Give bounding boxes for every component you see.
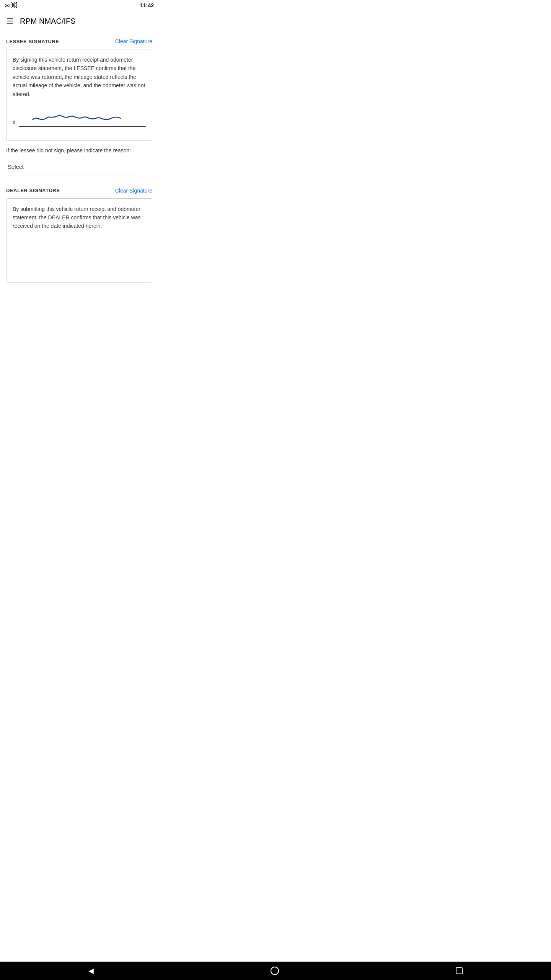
image-icon: 🖼 (11, 2, 17, 9)
gmail-icon: ✉ (5, 2, 10, 9)
lessee-signature-text: By signing this vehicle return receipt a… (13, 56, 146, 98)
dealer-signature-box[interactable]: By submitting this vehicle return receip… (6, 198, 152, 283)
lessee-clear-signature-button[interactable]: Clear Signature (115, 38, 152, 44)
lessee-signature-x: x (13, 119, 16, 125)
lessee-signature-line: x (13, 108, 146, 127)
lessee-signature-svg (19, 108, 146, 127)
app-bar: ☰ RPM NMAC/IFS (0, 11, 158, 32)
app-title: RPM NMAC/IFS (20, 17, 76, 26)
lessee-section-header: LESSEE SIGNATURE Clear Signature (6, 38, 152, 44)
hamburger-menu-icon[interactable]: ☰ (6, 16, 14, 26)
dealer-section: DEALER SIGNATURE Clear Signature By subm… (6, 188, 152, 283)
dealer-section-label: DEALER SIGNATURE (6, 188, 60, 193)
main-content: LESSEE SIGNATURE Clear Signature By sign… (0, 32, 158, 289)
dealer-section-header: DEALER SIGNATURE Clear Signature (6, 188, 152, 194)
reason-label: If the lessee did not sign, please indic… (6, 147, 152, 155)
status-bar-left-icons: ✉ 🖼 (5, 2, 17, 9)
dealer-signature-text: By submitting this vehicle return receip… (13, 205, 146, 230)
lessee-reason-select[interactable]: Select Lessee refused to sign Lessee una… (6, 158, 136, 175)
signature-underline (19, 126, 146, 127)
status-time: 11:42 (140, 2, 154, 8)
lessee-signature-box[interactable]: By signing this vehicle return receipt a… (6, 49, 152, 141)
status-bar: ✉ 🖼 11:42 (0, 0, 158, 11)
lessee-signature-drawing (19, 108, 146, 127)
select-wrapper[interactable]: Select Lessee refused to sign Lessee una… (6, 158, 136, 175)
dealer-clear-signature-button[interactable]: Clear Signature (115, 188, 152, 194)
lessee-section-label: LESSEE SIGNATURE (6, 39, 59, 44)
